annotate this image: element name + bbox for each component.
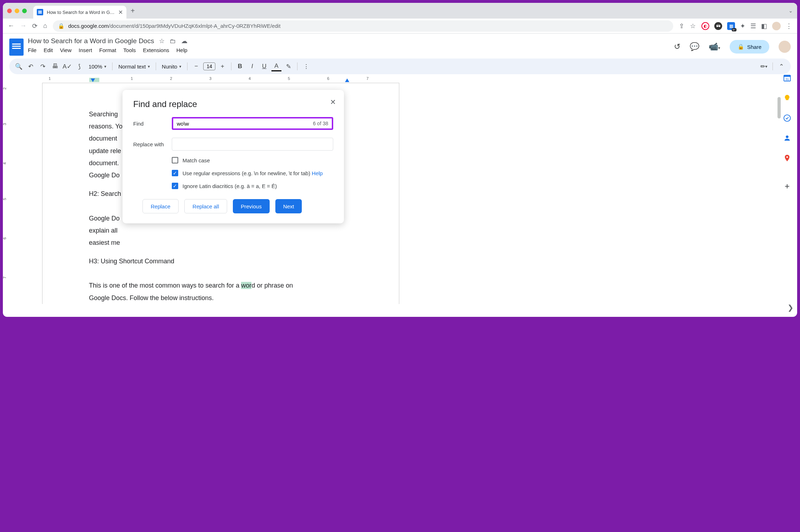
contacts-icon[interactable] <box>783 134 791 142</box>
browser-window: How to Search for a Word in G… ✕ + ⌄ ← →… <box>3 3 797 317</box>
lock-icon: 🔒 <box>738 44 744 50</box>
menu-extensions[interactable]: Extensions <box>143 47 169 53</box>
font-decrease[interactable]: − <box>191 61 201 71</box>
font-increase[interactable]: + <box>218 61 228 71</box>
zoom-select[interactable]: 100%▾ <box>86 64 109 70</box>
move-folder-icon[interactable]: 🗀 <box>170 37 176 45</box>
find-input[interactable]: wo\w 6 of 38 <box>172 117 333 130</box>
address-field[interactable]: 🔒 docs.google.com/document/d/150par9tMdy… <box>53 20 673 32</box>
title-bar: How to Search for a Word in G… ✕ + ⌄ <box>3 3 797 19</box>
doc-title[interactable]: How to Search for a Word in Google Docs <box>28 37 154 45</box>
italic-icon[interactable]: I <box>247 61 257 71</box>
account-avatar[interactable] <box>779 41 791 53</box>
print-icon[interactable]: 🖶 <box>50 61 60 71</box>
paint-format-icon[interactable]: ⟆ <box>74 61 84 71</box>
expand-sidepanel-icon[interactable]: ❯ <box>788 303 794 312</box>
chrome-menu-icon[interactable]: ⋮ <box>786 22 792 30</box>
find-replace-dialog: Find and replace ✕ Find wo\w 6 of 38 Rep… <box>122 90 344 223</box>
close-tab-icon[interactable]: ✕ <box>118 9 123 16</box>
minimize-window[interactable] <box>15 9 19 13</box>
canvas-area: 2 3 4 5 6 7 Searching reasons. Yo docume… <box>3 83 797 304</box>
match-case-option[interactable]: Match case <box>172 157 333 163</box>
find-value: wo\w <box>177 121 189 127</box>
share-button[interactable]: 🔒 Share <box>730 40 769 54</box>
close-dialog-icon[interactable]: ✕ <box>330 98 336 106</box>
font-family-select[interactable]: Nunito▾ <box>160 64 184 70</box>
lock-icon: 🔒 <box>58 23 65 29</box>
home-icon[interactable]: ⌂ <box>43 22 47 30</box>
menu-insert[interactable]: Insert <box>79 47 92 53</box>
undo-icon[interactable]: ↶ <box>26 61 36 71</box>
reading-list-icon[interactable]: ☰ <box>750 22 756 30</box>
reload-icon[interactable]: ⟳ <box>32 22 38 30</box>
maps-icon[interactable] <box>783 154 791 162</box>
more-toolbar-icon[interactable]: ⋮ <box>301 61 311 71</box>
side-panel: 31 + <box>779 74 795 191</box>
comments-icon[interactable]: 💬 <box>690 42 699 51</box>
extensions-puzzle-icon[interactable]: ✦ <box>740 22 745 30</box>
checkbox-unchecked-icon <box>172 157 178 163</box>
checkbox-checked-icon: ✓ <box>172 183 178 189</box>
menu-file[interactable]: File <box>28 47 36 53</box>
diacritics-option[interactable]: ✓ Ignore Latin diacritics (e.g. ä = a, E… <box>172 183 333 189</box>
underline-icon[interactable]: U <box>259 61 269 71</box>
menu-bar: File Edit View Insert Format Tools Exten… <box>28 47 670 53</box>
docs-logo-icon[interactable] <box>9 39 24 56</box>
vertical-ruler[interactable]: 2 3 4 5 6 7 <box>3 83 9 304</box>
svg-point-4 <box>786 136 788 138</box>
history-icon[interactable]: ↺ <box>674 42 680 51</box>
next-button[interactable]: Next <box>275 199 302 213</box>
paragraph-style-select[interactable]: Normal text▾ <box>116 64 152 70</box>
menu-edit[interactable]: Edit <box>44 47 53 53</box>
svg-point-3 <box>784 115 790 121</box>
extension-mask-icon[interactable]: 🕶 <box>714 22 722 30</box>
calendar-icon[interactable]: 31 <box>783 74 791 82</box>
tab-list-chevron-icon[interactable]: ⌄ <box>789 8 793 14</box>
keep-icon[interactable] <box>783 94 791 102</box>
replace-all-button[interactable]: Replace all <box>184 199 227 213</box>
menu-help[interactable]: Help <box>176 47 188 53</box>
extensions-area: ◐ 🕶 ▦9+ ✦ ☰ ◧ ⋮ <box>701 22 792 30</box>
maximize-window[interactable] <box>22 9 27 13</box>
highlight-color-icon[interactable]: ✎ <box>284 61 294 71</box>
tab-title: How to Search for a Word in G… <box>47 10 115 15</box>
docs-favicon-icon <box>37 9 43 15</box>
new-tab-button[interactable]: + <box>131 7 135 15</box>
star-icon[interactable]: ☆ <box>159 37 165 45</box>
sidepanel-icon[interactable]: ◧ <box>761 22 767 30</box>
menu-view[interactable]: View <box>60 47 71 53</box>
bookmark-star-icon[interactable]: ☆ <box>690 22 696 30</box>
replace-button[interactable]: Replace <box>142 199 179 213</box>
meet-icon[interactable]: 📹▾ <box>709 42 720 51</box>
profile-avatar[interactable] <box>772 22 781 30</box>
browser-tab[interactable]: How to Search for a Word in G… ✕ <box>33 6 126 19</box>
ublock-icon[interactable]: ◐ <box>701 22 709 30</box>
add-addon-icon[interactable]: + <box>785 181 790 191</box>
back-icon[interactable]: ← <box>8 22 14 30</box>
text-color-icon[interactable]: A <box>271 61 281 71</box>
forward-icon: → <box>20 22 26 30</box>
horizontal-ruler[interactable]: 1 1 2 3 4 5 6 7 <box>9 76 791 83</box>
menu-format[interactable]: Format <box>99 47 116 53</box>
share-icon[interactable]: ⇪ <box>679 22 684 30</box>
editing-mode-icon[interactable]: ✏▾ <box>759 61 769 71</box>
collapse-toolbar-icon[interactable]: ⌃ <box>776 61 786 71</box>
redo-icon[interactable]: ↷ <box>38 61 48 71</box>
regex-help-link[interactable]: Help <box>312 170 323 176</box>
regex-option[interactable]: ✓ Use regular expressions (e.g. \n for n… <box>172 170 333 176</box>
replace-label: Replace with <box>133 141 172 147</box>
replace-input[interactable] <box>172 138 333 151</box>
previous-button[interactable]: Previous <box>233 199 269 213</box>
tasks-icon[interactable] <box>783 114 791 122</box>
menu-tools[interactable]: Tools <box>123 47 136 53</box>
search-menu-icon[interactable]: 🔍 <box>14 61 24 71</box>
toolbar: 🔍 ↶ ↷ 🖶 A✓ ⟆ 100%▾ Normal text▾ Nunito▾ … <box>9 59 791 74</box>
extension-translate-icon[interactable]: ▦9+ <box>727 22 735 30</box>
font-size-input[interactable]: 14 <box>203 62 215 70</box>
close-window[interactable] <box>7 9 12 13</box>
find-count: 6 of 38 <box>313 121 328 126</box>
dialog-title: Find and replace <box>133 99 333 109</box>
bold-icon[interactable]: B <box>235 61 245 71</box>
url-path: /document/d/150par9tMdyVDuHZqK6xlmlpt-A_… <box>109 23 280 29</box>
spellcheck-icon[interactable]: A✓ <box>62 61 72 71</box>
